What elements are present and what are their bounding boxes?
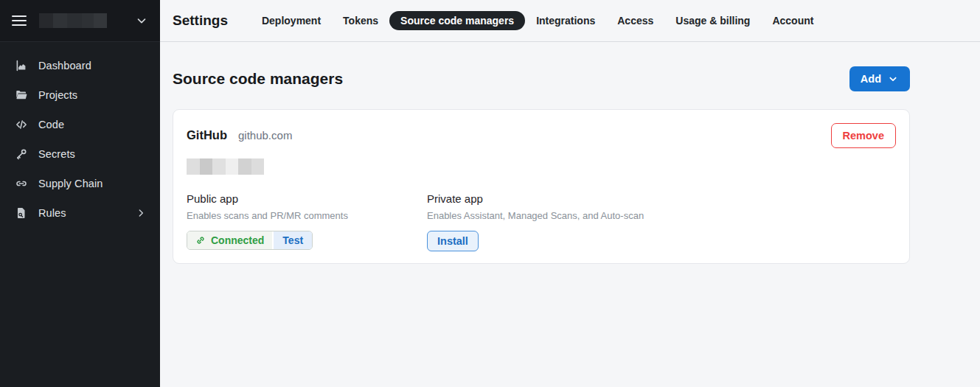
status-badge: Connected bbox=[187, 231, 272, 249]
sidebar-item-projects[interactable]: Projects bbox=[0, 80, 160, 110]
sidebar-header bbox=[0, 0, 160, 42]
tab-account[interactable]: Account bbox=[761, 11, 824, 30]
sidebar-item-label: Supply Chain bbox=[38, 178, 102, 189]
projects-folder-icon bbox=[15, 88, 28, 102]
app-root: Dashboard Projects bbox=[0, 0, 980, 387]
public-app-section: Public app Enables scans and PR/MR comme… bbox=[187, 192, 427, 251]
tab-access[interactable]: Access bbox=[606, 11, 664, 30]
key-icon bbox=[15, 147, 28, 161]
sidebar-item-code[interactable]: Code bbox=[0, 110, 160, 139]
chain-link-icon bbox=[15, 177, 28, 190]
sidebar-item-label: Rules bbox=[38, 207, 66, 219]
sidebar: Dashboard Projects bbox=[0, 0, 160, 387]
link-icon bbox=[193, 233, 208, 248]
code-icon bbox=[15, 118, 28, 131]
settings-tabs: Deployment Tokens Source code managers I… bbox=[251, 11, 824, 30]
org-switcher-chevron-down-icon[interactable] bbox=[135, 14, 148, 27]
sidebar-item-rules[interactable]: Rules bbox=[0, 198, 160, 228]
private-app-section: Private app Enables Assistant, Managed S… bbox=[427, 192, 644, 251]
hamburger-menu-icon[interactable] bbox=[12, 15, 27, 26]
settings-header: Settings Deployment Tokens Source code m… bbox=[160, 0, 980, 42]
tab-deployment[interactable]: Deployment bbox=[251, 11, 332, 30]
connection-status-group: Connected Test bbox=[187, 231, 313, 250]
test-button[interactable]: Test bbox=[272, 231, 312, 249]
sidebar-item-supply-chain[interactable]: Supply Chain bbox=[0, 169, 160, 198]
private-app-description: Enables Assistant, Managed Scans, and Au… bbox=[427, 210, 644, 221]
provider-host: github.com bbox=[238, 129, 292, 142]
content: Source code managers Add GitHub github.c… bbox=[160, 42, 980, 264]
org-name-redacted bbox=[39, 13, 107, 28]
tab-source-code-managers[interactable]: Source code managers bbox=[389, 11, 525, 30]
page-heading: Source code managers bbox=[173, 70, 343, 88]
sidebar-item-dashboard[interactable]: Dashboard bbox=[0, 51, 160, 80]
chevron-right-icon bbox=[135, 207, 147, 219]
private-app-title: Private app bbox=[427, 192, 644, 205]
provider-name: GitHub bbox=[187, 128, 227, 142]
tab-integrations[interactable]: Integrations bbox=[525, 11, 606, 30]
install-button[interactable]: Install bbox=[427, 231, 479, 251]
sidebar-item-label: Code bbox=[38, 119, 64, 130]
sidebar-item-label: Projects bbox=[38, 89, 77, 101]
sidebar-nav: Dashboard Projects bbox=[0, 42, 160, 228]
redacted-text bbox=[187, 158, 896, 175]
sidebar-item-secrets[interactable]: Secrets bbox=[0, 139, 160, 169]
chevron-down-icon bbox=[887, 73, 899, 85]
remove-button[interactable]: Remove bbox=[831, 123, 896, 148]
public-app-description: Enables scans and PR/MR comments bbox=[187, 210, 427, 221]
github-manager-card: GitHub github.com Remove Public app Enab… bbox=[173, 109, 910, 264]
page-title: Settings bbox=[173, 13, 228, 29]
tab-usage-billing[interactable]: Usage & billing bbox=[664, 11, 761, 30]
tab-tokens[interactable]: Tokens bbox=[332, 11, 389, 30]
sidebar-item-label: Dashboard bbox=[38, 60, 91, 72]
dashboard-chart-icon bbox=[15, 59, 28, 72]
main-area: Settings Deployment Tokens Source code m… bbox=[160, 0, 980, 387]
sidebar-item-label: Secrets bbox=[38, 148, 75, 160]
public-app-title: Public app bbox=[187, 192, 427, 205]
rules-document-icon bbox=[15, 206, 28, 220]
add-button[interactable]: Add bbox=[849, 66, 910, 91]
